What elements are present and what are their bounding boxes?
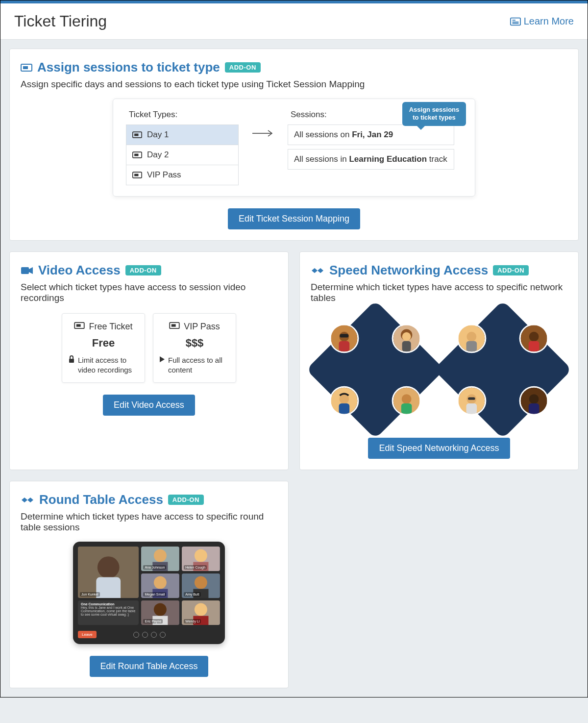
svg-point-52 xyxy=(154,549,167,562)
panel-title: Assign sessions to ticket type xyxy=(37,60,220,75)
control-icon xyxy=(160,632,166,638)
ticket-icon xyxy=(169,322,180,332)
svg-rect-28 xyxy=(340,334,348,337)
svg-rect-19 xyxy=(172,324,176,326)
network-table xyxy=(306,300,445,439)
addon-badge: ADD-ON xyxy=(168,495,204,505)
ticket-icon xyxy=(74,322,85,332)
ticket-card-note: Full access to all content xyxy=(168,355,230,374)
control-icon xyxy=(151,632,157,638)
sessions-list: All sessions on Fri, Jan 29 All sessions… xyxy=(288,125,454,170)
svg-rect-5 xyxy=(23,66,28,69)
ticket-card-name: VIP Pass xyxy=(184,322,220,332)
svg-point-55 xyxy=(195,549,207,562)
network-table xyxy=(434,300,572,439)
svg-rect-13 xyxy=(21,267,29,274)
ticket-card-name: Free Ticket xyxy=(89,322,132,332)
svg-point-30 xyxy=(402,394,412,404)
page-title: Ticket Tiering xyxy=(14,12,107,30)
leave-button: Leave xyxy=(78,631,97,638)
avatar xyxy=(519,386,549,416)
video-tile: Megan Small xyxy=(141,573,179,598)
video-tile: Helen Cough xyxy=(182,547,220,571)
edit-round-table-access-button[interactable]: Edit Round Table Access xyxy=(90,656,209,677)
video-tile: Ana Johnson xyxy=(141,547,179,571)
panel-speed-networking: Speed Networking Access ADD-ON Determine… xyxy=(299,251,579,470)
avatar xyxy=(457,324,486,353)
video-tile: Jon Kunkel xyxy=(78,547,139,598)
panel-round-table: Round Table Access ADD-ON Determine whic… xyxy=(9,481,289,688)
session-item: All sessions on Fri, Jan 29 xyxy=(288,125,454,145)
session-text: All sessions in Learning Education track xyxy=(294,154,447,164)
ticket-card-price: $$$ xyxy=(159,337,230,349)
edit-ticket-session-mapping-button[interactable]: Edit Ticket Session Mapping xyxy=(228,208,360,229)
edit-video-access-button[interactable]: Edit Video Access xyxy=(103,395,195,416)
panel-video-access: Video Access ADD-ON Select which ticket … xyxy=(9,251,289,470)
learn-more-label: Learn More xyxy=(524,16,574,27)
panel-title: Round Table Access xyxy=(39,492,163,507)
chat-tile: One Communication Hey, this is Jane and … xyxy=(78,600,139,625)
svg-rect-16 xyxy=(76,324,81,326)
ticket-card-vip: VIP Pass $$$ Full access to all content xyxy=(153,313,236,383)
ticket-icon xyxy=(132,131,142,139)
assign-illustration: Assign sessions to ticket types Ticket T… xyxy=(113,99,475,197)
avatar xyxy=(329,324,359,353)
svg-rect-9 xyxy=(134,154,138,156)
svg-point-23 xyxy=(402,332,411,341)
svg-rect-27 xyxy=(339,341,350,352)
ticket-icon xyxy=(132,151,142,159)
learn-more-link[interactable]: Learn More xyxy=(510,16,574,27)
handshake-icon xyxy=(311,266,324,275)
panel-title: Speed Networking Access xyxy=(329,263,488,278)
networking-illustration xyxy=(311,313,567,426)
svg-point-42 xyxy=(529,394,539,404)
avatar xyxy=(392,324,421,353)
ticket-card-free: Free Ticket Free Limit access to video r… xyxy=(62,313,145,383)
video-tile: Wendy Li xyxy=(182,600,220,625)
svg-rect-37 xyxy=(529,341,539,352)
svg-point-67 xyxy=(195,603,207,616)
svg-rect-24 xyxy=(402,341,411,352)
round-table-preview: Jon Kunkel Ana Johnson Helen Cough Megan… xyxy=(73,542,225,644)
svg-rect-34 xyxy=(339,403,350,414)
svg-rect-17 xyxy=(69,359,74,363)
session-text: All sessions on Fri, Jan 29 xyxy=(294,130,393,140)
arrow-icon xyxy=(251,129,275,137)
panel-desc: Determine which ticket types have access… xyxy=(311,282,567,303)
svg-marker-14 xyxy=(29,267,33,274)
panel-assign-sessions: Assign sessions to ticket type ADD-ON As… xyxy=(9,49,579,241)
panel-title: Video Access xyxy=(38,263,121,278)
video-tile: Eric Payne xyxy=(141,600,179,625)
svg-rect-7 xyxy=(134,134,138,136)
svg-rect-11 xyxy=(134,174,138,176)
edit-speed-networking-access-button[interactable]: Edit Speed Networking Access xyxy=(368,438,510,459)
panel-desc: Select which ticket types have access to… xyxy=(21,282,277,303)
svg-rect-40 xyxy=(466,341,477,352)
avatar xyxy=(329,386,359,416)
svg-point-58 xyxy=(154,576,167,589)
svg-point-36 xyxy=(529,332,539,342)
svg-marker-20 xyxy=(160,356,165,362)
ticket-types-label: Ticket Types: xyxy=(129,110,239,120)
page-header: Ticket Tiering Learn More xyxy=(0,3,588,40)
handshake-icon xyxy=(21,495,34,505)
avatar xyxy=(519,324,549,353)
ticket-icon xyxy=(21,63,32,73)
play-icon xyxy=(159,355,165,365)
newspaper-icon xyxy=(510,17,521,26)
ticket-icon xyxy=(132,171,142,179)
control-icon xyxy=(133,632,139,638)
avatar xyxy=(392,386,421,416)
svg-rect-46 xyxy=(466,403,477,414)
avatar xyxy=(457,386,486,416)
addon-badge: ADD-ON xyxy=(493,265,529,275)
lock-icon xyxy=(68,355,75,366)
svg-point-64 xyxy=(154,603,167,616)
ticket-type-item: Day 1 xyxy=(126,125,239,145)
ticket-type-label: Day 1 xyxy=(147,130,169,140)
addon-badge: ADD-ON xyxy=(225,62,261,73)
tooltip-bubble: Assign sessions to ticket types xyxy=(402,102,466,126)
panel-desc: Assign specific days and sessions to eac… xyxy=(21,79,567,90)
session-item: All sessions in Learning Education track xyxy=(288,149,454,170)
svg-rect-50 xyxy=(96,577,121,598)
